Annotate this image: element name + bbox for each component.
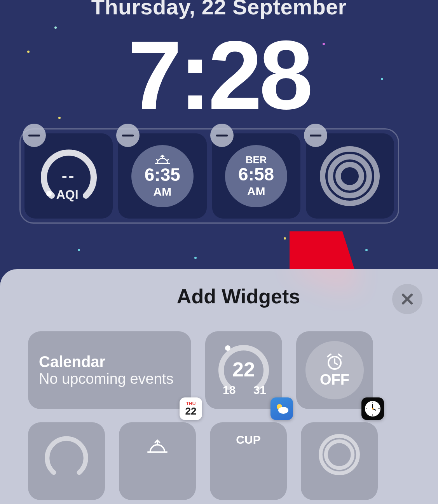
sunrise-icon — [154, 154, 171, 165]
widget-option[interactable] — [119, 422, 196, 500]
aqi-value: -- — [38, 167, 100, 186]
city-period: AM — [247, 185, 265, 198]
sunrise-icon — [146, 439, 169, 454]
remove-widget-button[interactable] — [116, 124, 140, 147]
city-time: 6:58 — [238, 165, 274, 183]
svg-point-16 — [372, 408, 373, 410]
weather-widget-option[interactable]: 22 18 31 — [205, 331, 282, 409]
svg-point-19 — [326, 441, 353, 468]
calendar-title: Calendar — [39, 353, 180, 371]
add-widgets-sheet[interactable]: Add Widgets Calendar No upcoming events … — [0, 269, 438, 504]
calendar-widget-option[interactable]: Calendar No upcoming events THU 22 — [28, 331, 191, 409]
aqi-label: AQI — [56, 187, 79, 202]
sunrise-period: AM — [154, 185, 172, 198]
alarm-clock-icon — [325, 353, 344, 370]
calendar-app-icon: THU 22 — [180, 397, 202, 420]
sunrise-widget[interactable]: 6:35 AM — [118, 133, 206, 219]
city-clock-widget[interactable]: BER 6:58 AM — [212, 133, 300, 219]
activity-rings-widget[interactable] — [306, 133, 394, 219]
close-icon — [400, 292, 415, 306]
sheet-title: Add Widgets — [0, 285, 438, 308]
svg-point-5 — [338, 164, 361, 188]
weather-app-icon — [270, 397, 293, 420]
temperature-high: 31 — [253, 383, 266, 397]
close-button[interactable] — [392, 284, 422, 314]
svg-line-1 — [157, 159, 158, 161]
activity-rings-icon — [319, 145, 381, 207]
activity-rings-icon — [314, 433, 365, 476]
city-code: CUP — [236, 433, 260, 446]
temperature-value: 22 — [216, 358, 271, 381]
aqi-widget[interactable]: -- AQI — [24, 133, 113, 219]
remove-widget-button[interactable] — [23, 124, 46, 147]
lockscreen-time: 7:28 — [0, 19, 438, 131]
lockscreen-date: Thursday, 22 September — [0, 0, 438, 19]
alarm-state: OFF — [320, 371, 349, 388]
calendar-subtitle: No upcoming events — [39, 371, 180, 387]
widget-option[interactable] — [301, 422, 378, 500]
svg-line-2 — [167, 159, 168, 161]
remove-widget-button[interactable] — [304, 124, 327, 147]
remove-widget-button[interactable] — [210, 124, 234, 147]
temperature-low: 18 — [223, 383, 236, 397]
svg-point-7 — [278, 407, 288, 414]
alarm-widget-option[interactable]: OFF — [296, 331, 373, 409]
widget-option[interactable]: CUP — [210, 422, 287, 500]
clock-app-icon — [361, 397, 384, 420]
sunrise-time: 6:35 — [145, 166, 180, 184]
widget-option[interactable] — [28, 422, 105, 500]
gauge-icon — [39, 433, 94, 480]
widget-row[interactable]: -- AQI 6:35 AM BER 6:58 AM — [19, 128, 399, 224]
